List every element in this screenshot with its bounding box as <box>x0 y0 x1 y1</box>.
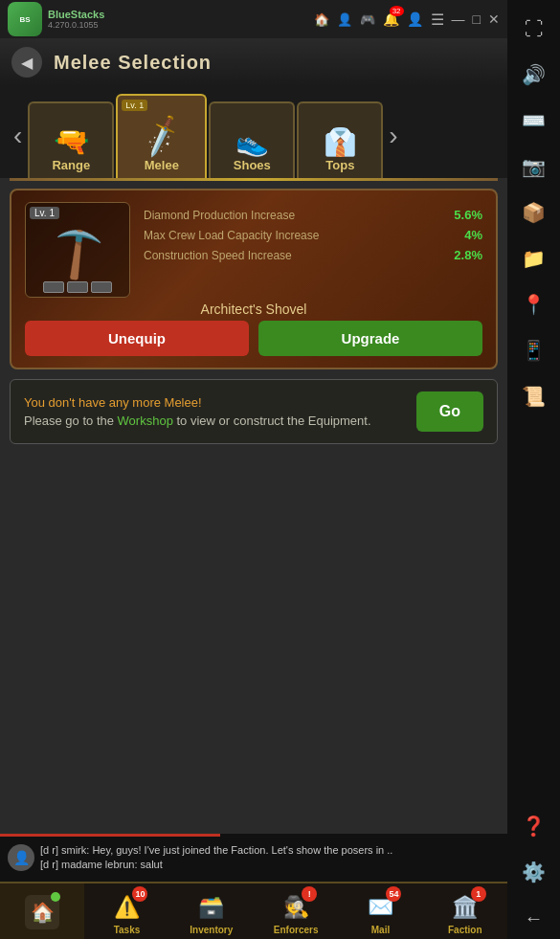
item-card-top: Lv. 1 ⛏️ Diamond Production Increase 5.6… <box>25 202 482 298</box>
topbar-title: BlueStacks 4.270.0.1055 <box>48 9 314 30</box>
notification-bell[interactable]: 🔔 32 <box>383 11 399 28</box>
inventory-label: Inventory <box>190 925 233 935</box>
message-text: You don't have any more Melee! Please go… <box>24 393 403 431</box>
enforcers-label: Enforcers <box>274 925 319 935</box>
message-secondary: Please go to the Workshop to view or con… <box>24 412 403 431</box>
bottom-nav: 🏠 ⚠️ 10 Tasks 🗃️ Inventory 🕵️ ! Enforce <box>0 882 507 939</box>
nav-item-home[interactable]: 🏠 <box>0 883 84 939</box>
tasks-badge: 10 <box>132 886 147 902</box>
stat-row-2: Construction Speed Increase 2.8% <box>144 248 482 262</box>
device-icon[interactable]: 📱 <box>513 329 555 371</box>
nav-item-enforcers[interactable]: 🕵️ ! Enforcers <box>254 883 338 939</box>
tasks-label: Tasks <box>114 925 141 935</box>
item-icon: ⛏️ <box>42 214 114 285</box>
page-header: ◀ Melee Selection <box>0 38 507 86</box>
message-main: You don't have any more Melee! <box>24 393 403 413</box>
tab-range[interactable]: 🔫 Range <box>28 101 114 178</box>
item-actions: Unequip Upgrade <box>25 321 482 356</box>
mail-badge: 54 <box>386 886 401 902</box>
enforcers-badge: ! <box>302 886 317 902</box>
nav-item-tasks[interactable]: ⚠️ 10 Tasks <box>84 883 168 939</box>
close-icon[interactable]: ✕ <box>488 11 500 27</box>
nav-item-inventory[interactable]: 🗃️ Inventory <box>169 883 254 939</box>
location-icon[interactable]: 📍 <box>513 283 555 325</box>
next-category-arrow[interactable]: › <box>385 111 401 161</box>
sound-icon[interactable]: 🔊 <box>513 54 555 96</box>
inventory-nav-icon: 🗃️ <box>194 890 229 925</box>
notification-count: 32 <box>390 6 404 16</box>
topbar-icons: 🏠 👤 🎮 🔔 32 👤 ☰ — □ ✕ <box>314 11 500 29</box>
item-name: Architect's Shovel <box>25 302 482 317</box>
faction-badge: 1 <box>471 886 486 902</box>
home-tab-icon[interactable]: 🏠 <box>314 12 329 27</box>
page-title: Melee Selection <box>54 52 212 74</box>
scroll-icon[interactable]: 📜 <box>513 375 555 417</box>
faction-nav-icon: 🏛️ 1 <box>448 890 482 925</box>
chat-line-1: [d r] smirk: Hey, guys! I've just joined… <box>40 843 500 858</box>
keyboard-icon[interactable]: ⌨️ <box>513 100 555 142</box>
minimize-icon[interactable]: — <box>452 11 465 27</box>
melee-level-badge: Lv. 1 <box>122 100 147 111</box>
workshop-link[interactable]: Workshop <box>118 414 173 428</box>
apk-icon[interactable]: 📦 <box>513 191 555 234</box>
faction-label: Faction <box>448 925 482 935</box>
prev-category-arrow[interactable]: ‹ <box>10 111 26 161</box>
folder-icon[interactable]: 📁 <box>513 237 555 279</box>
chat-area: 👤 [d r] smirk: Hey, guys! I've just join… <box>0 834 507 882</box>
menu-icon[interactable]: ☰ <box>431 11 444 29</box>
item-card: Lv. 1 ⛏️ Diamond Production Increase 5.6… <box>10 189 498 369</box>
camera-icon[interactable]: 📷 <box>513 145 555 188</box>
stat-row-1: Max Crew Load Capacity Increase 4% <box>144 228 482 242</box>
game-tab-icon[interactable]: 🎮 <box>360 12 375 27</box>
upgrade-button[interactable]: Upgrade <box>258 321 482 356</box>
tab-melee[interactable]: Lv. 1 🗡️ Melee <box>116 94 207 178</box>
account-icon[interactable]: 👤 <box>407 11 423 27</box>
game-area: BS BlueStacks 4.270.0.1055 🏠 👤 🎮 🔔 32 👤 … <box>0 0 507 939</box>
bluestacks-logo: BS <box>8 2 42 36</box>
settings-icon[interactable]: ⚙️ <box>513 851 555 893</box>
tabs-divider <box>10 178 498 181</box>
stat-row-0: Diamond Production Increase 5.6% <box>144 208 482 222</box>
maximize-icon[interactable]: □ <box>473 11 481 27</box>
item-stats: Diamond Production Increase 5.6% Max Cre… <box>144 202 482 262</box>
mail-label: Mail <box>371 925 390 935</box>
unequip-button[interactable]: Unequip <box>25 321 249 356</box>
tasks-nav-icon: ⚠️ 10 <box>109 890 144 925</box>
back-sidebar-icon[interactable]: ← <box>513 897 555 939</box>
user-tab-icon[interactable]: 👤 <box>337 12 352 27</box>
nav-item-mail[interactable]: ✉️ 54 Mail <box>338 883 422 939</box>
enforcers-nav-icon: 🕵️ ! <box>279 890 313 925</box>
item-level-badge: Lv. 1 <box>30 207 59 219</box>
home-nav-icon: 🏠 <box>25 895 59 929</box>
nav-item-faction[interactable]: 🏛️ 1 Faction <box>423 883 507 939</box>
tab-shoes[interactable]: 👟 Shoes <box>209 101 295 178</box>
message-panel: You don't have any more Melee! Please go… <box>10 379 498 444</box>
go-button[interactable]: Go <box>416 391 483 432</box>
mail-nav-icon: ✉️ 54 <box>363 890 397 925</box>
item-icon-box: Lv. 1 ⛏️ <box>25 202 130 298</box>
tab-tops[interactable]: 👔 Tops <box>297 101 383 178</box>
back-button[interactable]: ◀ <box>11 47 42 78</box>
help-icon[interactable]: ❓ <box>513 805 555 847</box>
topbar: BS BlueStacks 4.270.0.1055 🏠 👤 🎮 🔔 32 👤 … <box>0 0 507 38</box>
chat-line-2: [d r] madame lebrun: salut <box>40 858 500 872</box>
fullscreen-icon[interactable]: ⛶ <box>513 8 555 50</box>
right-sidebar: ⛶ 🔊 ⌨️ 📷 📦 📁 📍 📱 📜 ❓ ⚙️ ← <box>507 0 560 939</box>
